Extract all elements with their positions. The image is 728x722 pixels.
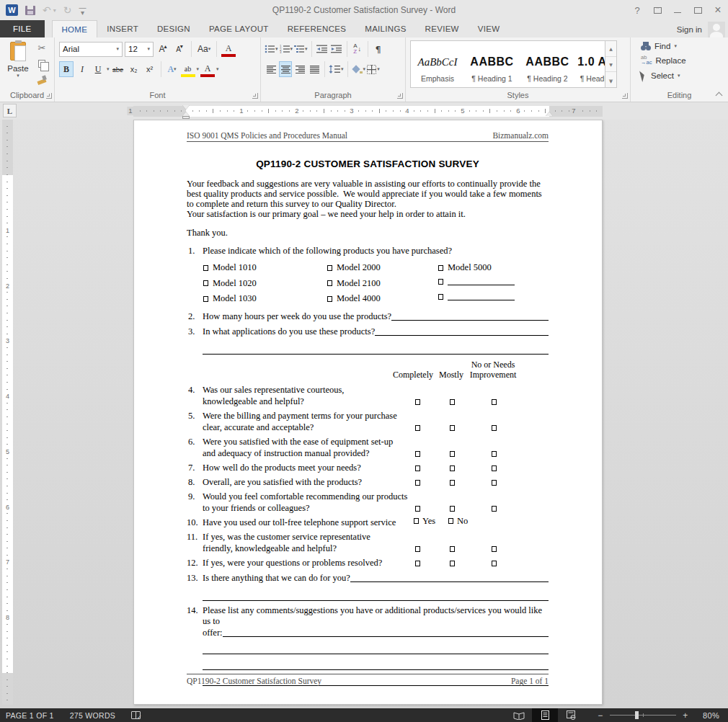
text-effects-button[interactable]: A▾ xyxy=(165,61,179,77)
checkbox xyxy=(450,480,455,486)
tab-design[interactable]: DESIGN xyxy=(148,20,200,37)
document-page[interactable]: ISO 9001 QMS Policies and Procedures Man… xyxy=(133,120,603,705)
read-mode-button[interactable] xyxy=(506,708,532,722)
zoom-in-icon[interactable]: + xyxy=(682,710,689,721)
paste-dropdown-icon[interactable]: ▾ xyxy=(17,73,19,79)
style-heading2[interactable]: AABBC ¶ Heading 2 xyxy=(520,41,575,87)
font-color-button[interactable]: A xyxy=(200,61,215,77)
paragraph-dialog-launcher[interactable] xyxy=(397,93,403,99)
clear-formatting-button[interactable]: A xyxy=(221,41,236,57)
document-workspace[interactable]: 12345678 ISO 9001 QMS Policies and Proce… xyxy=(0,120,728,708)
word-count[interactable]: 275 WORDS xyxy=(70,711,115,720)
collapse-ribbon-icon[interactable] xyxy=(716,91,722,97)
grow-font-button[interactable]: A▴ xyxy=(156,41,170,57)
zoom-slider-thumb[interactable] xyxy=(635,711,639,719)
right-indent-marker[interactable] xyxy=(546,112,553,116)
tab-home[interactable]: HOME xyxy=(52,20,98,37)
answer-line xyxy=(391,311,549,321)
shrink-font-button[interactable]: A▾ xyxy=(172,41,187,57)
subscript-button[interactable]: x₂ xyxy=(127,61,141,77)
tab-insert[interactable]: INSERT xyxy=(97,20,148,37)
align-right-button[interactable] xyxy=(293,61,306,77)
first-line-indent-marker[interactable] xyxy=(182,105,190,110)
ribbon-display-options-icon[interactable] xyxy=(647,0,667,20)
underline-button[interactable]: U xyxy=(91,61,105,77)
find-button[interactable]: Find▾ xyxy=(641,42,686,50)
paste-button[interactable]: Paste ▾ xyxy=(3,40,33,88)
save-icon[interactable] xyxy=(25,6,35,15)
minimize-icon[interactable] xyxy=(667,0,688,20)
align-left-button[interactable] xyxy=(265,61,278,77)
select-button[interactable]: Select▾ xyxy=(641,70,686,81)
style-heading1[interactable]: AABBC ¶ Heading 1 xyxy=(464,41,520,87)
increase-indent-button[interactable] xyxy=(330,41,343,57)
close-icon[interactable]: × xyxy=(708,0,728,20)
multilevel-list-button[interactable]: ▾ xyxy=(294,41,308,57)
font-group: Arial▾ 12▾ A▴ A▾ Aa▾ A B I U ▾ abe x₂ x²… xyxy=(55,37,261,102)
styles-more-icon[interactable]: —▼ xyxy=(605,72,616,87)
model-row: Model 1030 Model 4000 xyxy=(187,291,549,307)
web-layout-button[interactable] xyxy=(558,708,584,722)
tab-view[interactable]: VIEW xyxy=(469,20,510,37)
tab-mailings[interactable]: MAILINGS xyxy=(355,20,415,37)
header-left-text: ISO 9001 QMS Policies and Procedures Man… xyxy=(187,131,347,140)
shading-button[interactable]: ▾ xyxy=(352,61,366,77)
zoom-level[interactable]: 80% xyxy=(695,711,719,720)
justify-button[interactable] xyxy=(308,61,321,77)
print-layout-button[interactable] xyxy=(532,708,558,722)
word-logo-icon[interactable]: W xyxy=(6,4,18,16)
page-indicator[interactable]: PAGE 1 OF 1 xyxy=(6,711,54,720)
strikethrough-button[interactable]: abe xyxy=(111,61,125,77)
show-formatting-button[interactable]: ¶ xyxy=(372,41,385,57)
highlight-color-button[interactable]: ab xyxy=(181,61,195,77)
numbering-button[interactable]: 123 ▾ xyxy=(280,41,293,57)
sign-in-link[interactable]: Sign in xyxy=(677,25,702,34)
font-family-combo[interactable]: Arial▾ xyxy=(59,42,123,57)
customize-qat-icon[interactable]: —▾ xyxy=(79,5,86,15)
decrease-indent-button[interactable] xyxy=(316,41,329,57)
cut-button[interactable]: ✂ xyxy=(35,42,49,53)
align-center-button[interactable] xyxy=(279,61,292,77)
zoom-slider[interactable] xyxy=(610,715,676,716)
decrease-indent-icon xyxy=(316,45,327,53)
proofing-icon[interactable] xyxy=(131,711,141,719)
change-case-button[interactable]: Aa▾ xyxy=(196,41,212,57)
sort-button[interactable]: AZ ↓ xyxy=(351,41,364,57)
italic-button[interactable]: I xyxy=(75,61,89,77)
tab-selector[interactable]: L xyxy=(3,104,17,117)
undo-icon[interactable]: ↶ xyxy=(43,5,51,15)
left-indent-marker[interactable] xyxy=(182,116,190,119)
copy-icon xyxy=(38,60,45,68)
checkbox xyxy=(203,296,208,302)
borders-button[interactable]: ▾ xyxy=(367,61,380,77)
undo-dropdown-icon[interactable]: ▾ xyxy=(53,7,56,14)
tab-page-layout[interactable]: PAGE LAYOUT xyxy=(200,20,278,37)
font-color-dropdown-icon[interactable]: ▾ xyxy=(216,66,219,72)
highlight-dropdown-icon[interactable]: ▾ xyxy=(197,66,200,72)
clipboard-dialog-launcher[interactable] xyxy=(46,93,52,99)
font-size-combo[interactable]: 12▾ xyxy=(125,42,154,57)
superscript-button[interactable]: x² xyxy=(143,61,157,77)
style-emphasis[interactable]: AaBbCcI Emphasis xyxy=(411,41,464,87)
copy-button[interactable] xyxy=(35,58,49,69)
maximize-icon[interactable] xyxy=(688,0,708,20)
styles-dialog-launcher[interactable] xyxy=(622,93,628,99)
tab-review[interactable]: REVIEW xyxy=(416,20,469,37)
format-painter-button[interactable] xyxy=(35,73,49,85)
help-icon[interactable]: ? xyxy=(627,0,647,20)
checkbox xyxy=(448,518,453,524)
redo-icon[interactable]: ↻ xyxy=(63,5,72,15)
styles-scroll-down-icon[interactable]: ▼ xyxy=(605,57,616,73)
styles-scroll-up-icon[interactable]: ▲ xyxy=(605,41,616,57)
checkbox xyxy=(415,561,420,566)
replace-button[interactable]: ab→ac Replace xyxy=(641,55,686,65)
user-avatar[interactable] xyxy=(708,22,725,37)
line-spacing-button[interactable]: ▾ xyxy=(329,61,344,77)
underline-dropdown-icon[interactable]: ▾ xyxy=(107,66,110,72)
font-dialog-launcher[interactable] xyxy=(252,93,258,99)
tab-file[interactable]: FILE xyxy=(0,20,45,37)
zoom-out-icon[interactable]: − xyxy=(597,710,604,721)
bold-button[interactable]: B xyxy=(59,61,74,77)
bullets-button[interactable]: ▾ xyxy=(265,41,278,57)
tab-references[interactable]: REFERENCES xyxy=(278,20,356,37)
